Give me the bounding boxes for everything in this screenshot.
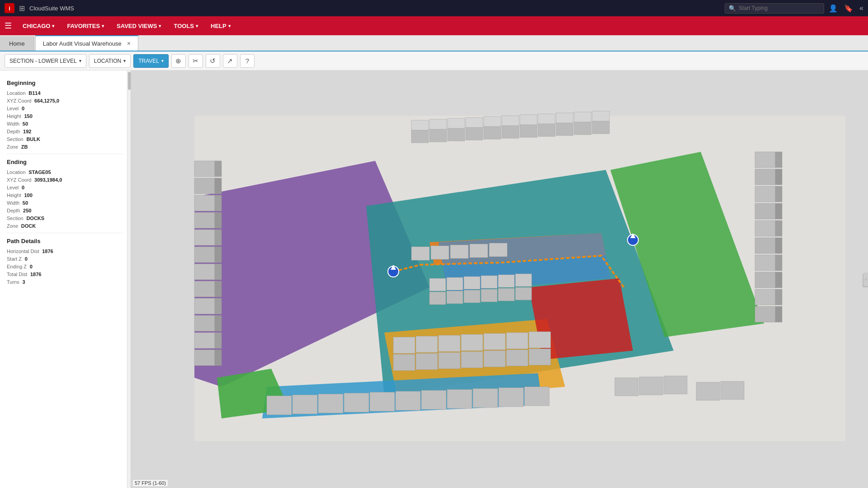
navbar: ☰ CHICAGO ▾ FAVORITES ▾ SAVED VIEWS ▾ TO… [0, 16, 868, 35]
svg-rect-34 [194, 178, 215, 194]
svg-rect-78 [431, 246, 449, 259]
svg-rect-107 [529, 349, 551, 365]
svg-rect-70 [775, 203, 782, 219]
svg-rect-50 [215, 247, 222, 263]
svg-rect-51 [215, 264, 222, 280]
svg-rect-108 [267, 396, 292, 415]
collapse-icon[interactable]: « [859, 4, 863, 12]
favorites-caret: ▾ [102, 23, 104, 28]
svg-rect-118 [524, 387, 549, 406]
ending-xyz: XYZ Coord 3093,1984,0 [7, 177, 124, 183]
ending-level: Level 0 [7, 184, 124, 191]
svg-rect-97 [461, 334, 483, 351]
section-dropdown-button[interactable]: SECTION - LOWER LEVEL ▾ [5, 54, 86, 68]
svg-rect-42 [194, 315, 215, 331]
svg-rect-18 [538, 123, 555, 136]
svg-rect-94 [393, 337, 415, 353]
tab-home[interactable]: Home [0, 36, 34, 51]
svg-rect-96 [439, 335, 460, 352]
warehouse-svg: › [131, 70, 868, 488]
svg-rect-27 [502, 116, 519, 126]
svg-rect-64 [755, 272, 775, 288]
svg-rect-43 [194, 333, 215, 348]
svg-rect-103 [439, 352, 460, 369]
location-dropdown-button[interactable]: LOCATION ▾ [89, 54, 131, 68]
beginning-location: Location B114 [7, 90, 124, 96]
app-title: CloudSuite WMS [29, 5, 720, 12]
svg-rect-109 [292, 395, 317, 414]
svg-rect-41 [194, 298, 215, 314]
crosshair-button[interactable]: ⊕ [171, 54, 186, 68]
svg-rect-36 [194, 212, 215, 228]
svg-rect-56 [215, 350, 222, 366]
svg-rect-44 [194, 350, 215, 366]
search-input[interactable] [739, 5, 811, 11]
hamburger-button[interactable]: ☰ [5, 21, 12, 31]
svg-rect-102 [416, 353, 438, 370]
svg-rect-76 [775, 306, 782, 322]
svg-rect-21 [592, 120, 609, 134]
svg-rect-63 [755, 255, 775, 271]
svg-rect-58 [755, 169, 775, 185]
svg-rect-17 [520, 124, 537, 137]
svg-rect-22 [411, 120, 429, 130]
svg-rect-98 [484, 333, 505, 350]
svg-rect-31 [574, 112, 591, 122]
sidebar: Beginning Location B114 XYZ Coord 664,12… [0, 70, 131, 488]
tab-labor-audit[interactable]: Labor Audit Visual Warehouse × [35, 35, 138, 51]
svg-rect-49 [215, 230, 222, 245]
svg-rect-15 [484, 126, 501, 139]
bookmark-icon[interactable]: 🔖 [844, 4, 853, 13]
svg-rect-35 [194, 195, 215, 211]
export-button[interactable]: ↗ [223, 54, 237, 68]
beginning-section: Section BULK [7, 136, 124, 142]
svg-rect-45 [215, 161, 222, 177]
ending-section: Section DOCKS [7, 215, 124, 221]
path-title: Path Details [7, 238, 124, 244]
ending-width: Width 50 [7, 200, 124, 206]
path-startz: Start Z 0 [7, 256, 124, 262]
svg-rect-111 [344, 393, 369, 412]
svg-rect-92 [498, 288, 514, 301]
section-caret: ▾ [79, 58, 81, 63]
svg-rect-82 [429, 278, 446, 291]
path-hdist: Horizontal Dist 1876 [7, 248, 124, 254]
svg-rect-20 [574, 121, 591, 135]
refresh-button[interactable]: ↺ [206, 54, 220, 68]
ending-title: Ending [7, 159, 124, 165]
path-totaldist: Total Dist 1876 [7, 271, 124, 277]
svg-rect-112 [370, 392, 395, 411]
grid-icon[interactable]: ⊞ [19, 4, 25, 13]
svg-rect-75 [775, 289, 782, 305]
path-turns: Turns 3 [7, 279, 124, 285]
ending-height: Height 100 [7, 192, 124, 198]
user-icon[interactable]: 👤 [829, 4, 838, 13]
ending-zone: Zone DOCK [7, 223, 124, 229]
tools-caret: ▾ [196, 23, 198, 28]
svg-rect-100 [529, 332, 551, 348]
travel-dropdown-button[interactable]: TRAVEL ▾ [133, 54, 169, 68]
svg-rect-87 [515, 274, 532, 286]
nav-item-favorites[interactable]: FAVORITES ▾ [61, 19, 109, 33]
svg-rect-54 [215, 315, 222, 331]
svg-rect-62 [755, 238, 775, 253]
nav-item-chicago[interactable]: CHICAGO ▾ [17, 19, 60, 33]
nav-item-help[interactable]: HELP ▾ [205, 19, 236, 33]
location-caret: ▾ [123, 58, 126, 63]
right-collapse-handle[interactable]: › [863, 272, 868, 286]
svg-rect-122 [696, 382, 720, 400]
svg-rect-61 [755, 221, 775, 236]
svg-rect-65 [755, 289, 775, 305]
tab-close-button[interactable]: × [127, 40, 131, 47]
svg-rect-38 [194, 247, 215, 263]
svg-rect-72 [775, 238, 782, 253]
saved-views-caret: ▾ [159, 23, 161, 28]
help-button[interactable]: ? [240, 54, 255, 68]
nav-item-saved-views[interactable]: SAVED VIEWS ▾ [111, 19, 166, 33]
scissors-button[interactable]: ✂ [189, 54, 203, 68]
warehouse-canvas[interactable]: › 57 FPS (1-60) › [131, 70, 868, 488]
app-logo: i [5, 3, 14, 13]
nav-item-tools[interactable]: TOOLS ▾ [168, 19, 203, 33]
svg-rect-39 [194, 264, 215, 280]
svg-rect-80 [470, 244, 488, 258]
